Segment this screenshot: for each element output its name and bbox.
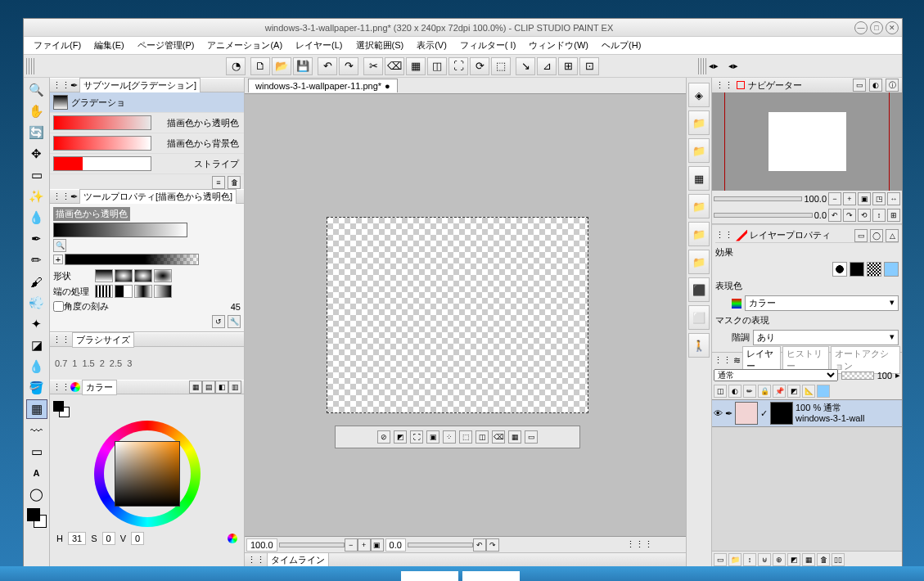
- shape-radial[interactable]: [115, 269, 133, 282]
- layer-row-0[interactable]: 👁 ✒ ✓ 100 % 通常 windows-3-1-wall: [712, 399, 902, 427]
- nav-tab-1[interactable]: ▭: [853, 79, 866, 92]
- li-check-icon[interactable]: ◫: [714, 385, 727, 398]
- fg-color-swatch[interactable]: [27, 508, 40, 521]
- color-swatches[interactable]: [27, 508, 47, 528]
- bs-5[interactable]: 3: [127, 358, 132, 368]
- sel-shrink-icon[interactable]: ▣: [426, 430, 439, 444]
- sel-scale-icon[interactable]: ⬚: [459, 430, 472, 444]
- color-header[interactable]: ⋮⋮ カラー ▦ ▤ ◧ ▥: [50, 380, 244, 394]
- brushsize-list[interactable]: 0.7 1 1.5 2 2.5 3: [50, 347, 244, 380]
- li-color-icon[interactable]: [817, 385, 830, 398]
- wrench-icon[interactable]: 🔧: [228, 315, 241, 328]
- menu-help[interactable]: ヘルプ(H): [595, 38, 647, 53]
- wheel-toggle-icon[interactable]: [228, 534, 237, 543]
- lb-move-icon[interactable]: ↕: [743, 553, 756, 566]
- grip-icon[interactable]: ⋮⋮⋮: [626, 539, 653, 550]
- nav-angle-slider[interactable]: [714, 213, 813, 218]
- edit-icon[interactable]: ✒: [725, 408, 732, 419]
- qa-folder2-icon[interactable]: 📁: [688, 138, 710, 163]
- menu-page[interactable]: ページ管理(P): [131, 38, 201, 53]
- tb-snap[interactable]: ⊡: [579, 57, 599, 75]
- qa-3d-icon[interactable]: 📁: [688, 194, 710, 218]
- color-tab-2[interactable]: ▤: [202, 381, 215, 394]
- qa-bg-icon[interactable]: 📁: [688, 250, 710, 274]
- sel-expand-icon[interactable]: ⛶: [410, 430, 423, 444]
- balloon-tool[interactable]: ◯: [26, 484, 47, 504]
- qa-pose-icon[interactable]: 📁: [688, 222, 710, 246]
- nav-reset-icon[interactable]: ⟲: [858, 209, 871, 222]
- angle-readout[interactable]: 0.0: [385, 538, 406, 552]
- opacity-slider[interactable]: [841, 372, 874, 380]
- document-tab[interactable]: windows-3-1-wallpaper-11.png* ●: [248, 79, 398, 92]
- gradient-preset-0[interactable]: 描画色から透明色: [50, 113, 244, 133]
- marquee-tool[interactable]: ▭: [26, 165, 47, 185]
- maximize-button[interactable]: □: [870, 21, 883, 34]
- close-button[interactable]: ✕: [886, 21, 899, 34]
- hsv-h[interactable]: 31: [68, 532, 86, 545]
- sel-crop-icon[interactable]: ◩: [394, 430, 407, 444]
- blend-mode-select[interactable]: 通常: [714, 369, 838, 381]
- sel-clear-icon[interactable]: ⌫: [492, 430, 505, 444]
- fill-tool[interactable]: 🪣: [26, 378, 47, 398]
- shape-tool[interactable]: ▭: [26, 442, 47, 462]
- hand-tool[interactable]: ✋: [26, 101, 47, 121]
- zoom-fit-icon[interactable]: ▣: [371, 538, 384, 552]
- reset-icon[interactable]: ↺: [212, 315, 225, 328]
- tb-scale[interactable]: ⛶: [448, 57, 468, 75]
- gradient-tool[interactable]: ▦: [26, 399, 47, 419]
- canvas-document[interactable]: [327, 217, 588, 413]
- airbrush-tool[interactable]: 💨: [26, 293, 47, 313]
- qa-folder-icon[interactable]: 📁: [688, 110, 710, 135]
- tb-deselect[interactable]: ◫: [427, 57, 447, 75]
- lb-2pane-icon[interactable]: ▯▯: [832, 553, 845, 566]
- lp-tab-1[interactable]: ▭: [854, 229, 868, 242]
- menu-view[interactable]: 表示(V): [410, 38, 453, 53]
- nav-flip-v-icon[interactable]: ↕: [872, 209, 886, 222]
- nav-tab-3[interactable]: ⓘ: [886, 79, 899, 92]
- rotate-r-icon[interactable]: ↷: [486, 538, 499, 552]
- color-wheel[interactable]: [94, 421, 201, 527]
- subtool-selected-row[interactable]: グラデーショ: [50, 92, 244, 113]
- qa-cube2-icon[interactable]: ⬜: [688, 305, 710, 330]
- edge-opt-3[interactable]: [134, 285, 152, 298]
- menu-animation[interactable]: アニメーション(A): [201, 38, 289, 53]
- hsv-v[interactable]: 0: [131, 532, 144, 545]
- pencil-tool[interactable]: ✏: [26, 250, 47, 270]
- menu-layer[interactable]: レイヤー(L): [289, 38, 349, 53]
- title-bar[interactable]: windows-3-1-wallpaper-11.png* (320 x 240…: [24, 19, 902, 37]
- tb-new[interactable]: 🗋: [250, 57, 270, 75]
- color-tab-4[interactable]: ▥: [228, 381, 241, 394]
- subtool-menu-icon[interactable]: ≡: [212, 176, 225, 189]
- move-tool[interactable]: ✥: [26, 144, 47, 164]
- nav-rot-l-icon[interactable]: ↶: [828, 209, 841, 222]
- eraser-tool[interactable]: ◪: [26, 336, 47, 355]
- nav-zoom-slider[interactable]: [714, 196, 802, 201]
- minimize-button[interactable]: —: [854, 21, 868, 34]
- qa-figure-icon[interactable]: 🚶: [688, 333, 710, 358]
- sel-invert-icon[interactable]: ⁘: [443, 430, 456, 444]
- sel-transform-icon[interactable]: ◫: [476, 430, 489, 444]
- tb-open[interactable]: 📂: [272, 57, 291, 75]
- layer-thumbnail[interactable]: [735, 402, 758, 425]
- toolprop-header[interactable]: ⋮⋮ ✒ ツールプロパティ[描画色から透明色]: [50, 189, 244, 204]
- opacity-value[interactable]: 100: [877, 371, 892, 381]
- menu-filter[interactable]: フィルター( I): [453, 38, 522, 53]
- eff-tone-icon[interactable]: [867, 262, 881, 277]
- rotate-tool[interactable]: 🔄: [26, 123, 47, 142]
- gradient-strip[interactable]: [53, 223, 187, 237]
- li-pin-icon[interactable]: 📌: [773, 385, 786, 398]
- shape-angle[interactable]: [154, 269, 172, 282]
- nav-flip-icon[interactable]: ↔: [887, 192, 900, 205]
- subtool-trash-icon[interactable]: 🗑: [228, 176, 241, 189]
- lp-tab-2[interactable]: ◯: [870, 229, 883, 242]
- zoom-in-icon[interactable]: +: [358, 538, 371, 552]
- gradient-preset-1[interactable]: 描画色から背景色: [50, 133, 244, 154]
- angle-slider[interactable]: [408, 543, 473, 547]
- expr-select[interactable]: カラー▾: [745, 295, 899, 311]
- pen-tool[interactable]: ✒: [26, 229, 47, 249]
- navigator-preview[interactable]: [712, 92, 902, 191]
- shape-ellipse[interactable]: [134, 269, 152, 282]
- menu-window[interactable]: ウィンドウ(W): [522, 38, 595, 53]
- li-ruler-icon[interactable]: 📐: [802, 385, 815, 398]
- subtool-header[interactable]: ⋮⋮ ✒ サブツール[グラデーション]: [50, 78, 244, 92]
